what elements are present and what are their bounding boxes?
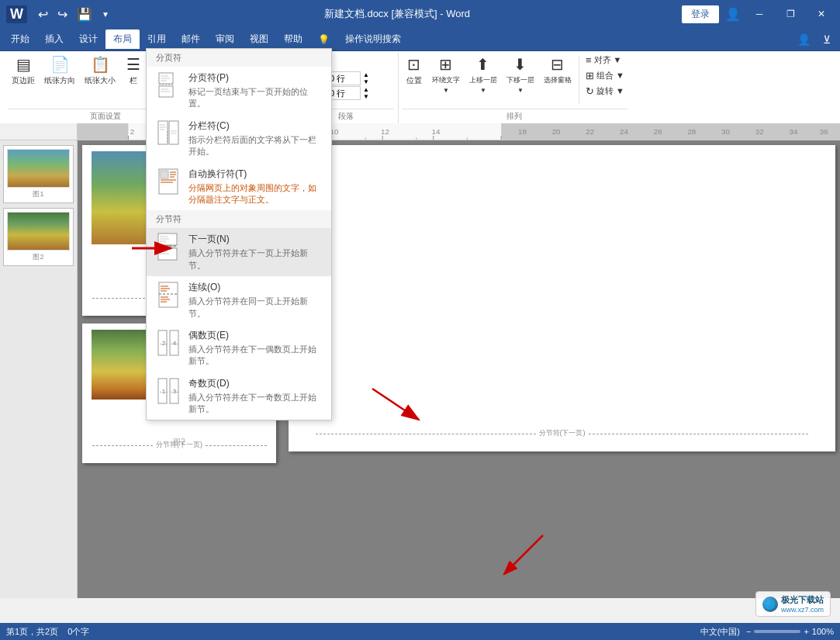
next-page-option[interactable]: — 第2节 — 下一页(N) 插入分节符并在下一页上开始新节。 xyxy=(147,228,331,276)
continuous-desc: 插入分节符并在同一页上开始新节。 xyxy=(188,296,322,320)
svg-text:14: 14 xyxy=(432,127,441,136)
send-backward-icon: ⬇ xyxy=(513,55,527,74)
user-icon[interactable]: 👤 xyxy=(725,7,741,22)
next-page-text: 下一页(N) 插入分节符并在下一页上开始新节。 xyxy=(188,233,322,272)
svg-text:12: 12 xyxy=(381,127,389,136)
page-break-icon xyxy=(156,71,181,99)
menu-lightbulb[interactable]: 💡 xyxy=(310,31,337,48)
menu-references[interactable]: 引用 xyxy=(140,29,174,49)
zoom-controls[interactable]: − + 100% xyxy=(746,627,834,636)
spacing-before-spinner[interactable]: ▲▼ xyxy=(363,71,369,85)
menu-layout[interactable]: 布局 xyxy=(105,29,140,49)
save-button[interactable]: 💾 xyxy=(74,5,95,23)
zoom-in-button[interactable]: + xyxy=(804,627,808,636)
menu-search[interactable]: 操作说明搜索 xyxy=(337,29,409,49)
orientation-icon: 📄 xyxy=(50,55,70,74)
bf-arrow: ▼ xyxy=(480,87,486,94)
watermark-globe-icon: 🌐 xyxy=(762,597,778,612)
svg-text:24: 24 xyxy=(620,127,628,136)
next-page-title: 下一页(N) xyxy=(188,233,322,246)
thumbnail-page-1[interactable]: 图1 xyxy=(3,145,74,203)
menu-insert[interactable]: 插入 xyxy=(37,29,71,49)
right-sb-line-right xyxy=(589,434,808,434)
svg-text:-1-: -1- xyxy=(160,388,168,395)
menu-review[interactable]: 审阅 xyxy=(208,29,242,49)
svg-text:34: 34 xyxy=(789,127,797,136)
document-area: 图1 图2 图1 分节符(下一页) xyxy=(0,140,840,598)
svg-text:26: 26 xyxy=(654,127,662,136)
pagebreak-section-header: 分页符 xyxy=(147,49,331,67)
size-button[interactable]: 📋 纸张大小 xyxy=(81,53,119,88)
thumbnail-page-2[interactable]: 图2 xyxy=(3,208,74,266)
spacing-after-spinner[interactable]: ▲▼ xyxy=(363,86,369,100)
even-page-option[interactable]: -2- -4- 偶数页(E) 插入分节符并在下一偶数页上开始新节。 xyxy=(147,324,331,372)
group-button[interactable]: ⊞ 组合 ▼ xyxy=(582,68,627,83)
next-page-icon: — 第2节 — xyxy=(156,233,181,261)
page2-section-break: 分节符(下一页) xyxy=(92,441,267,451)
menu-design[interactable]: 设计 xyxy=(71,29,105,49)
menu-bar: 开始 插入 设计 布局 引用 邮件 审阅 视图 帮助 💡 操作说明搜索 👤 ⊻ xyxy=(0,28,840,51)
zoom-out-button[interactable]: − xyxy=(746,627,751,636)
svg-text:32: 32 xyxy=(755,127,764,136)
send-backward-button[interactable]: ⬇ 下移一层 ▼ xyxy=(503,53,538,96)
menu-mail[interactable]: 邮件 xyxy=(174,29,208,49)
margins-icon: ▤ xyxy=(16,55,31,74)
svg-text:30: 30 xyxy=(721,127,730,136)
close-button[interactable]: ✕ xyxy=(809,3,834,25)
even-page-icon: -2- -4- xyxy=(156,329,181,357)
thumbnails-panel: 图1 图2 xyxy=(0,140,78,598)
svg-text:28: 28 xyxy=(687,127,696,136)
menu-help[interactable]: 帮助 xyxy=(276,29,310,49)
svg-text:22: 22 xyxy=(586,127,594,136)
wrap-dropdown-arrow: ▼ xyxy=(443,87,449,94)
continuous-option[interactable]: 连续(O) 插入分节符并在同一页上开始新节。 xyxy=(147,276,331,324)
orientation-button[interactable]: 📄 纸张方向 xyxy=(40,53,79,88)
ruler-corner xyxy=(0,123,78,140)
quick-access-toolbar: ↩ ↪ 💾 ▼ xyxy=(35,5,112,23)
thumb-img-1 xyxy=(7,149,70,188)
expand-icon[interactable]: ⊻ xyxy=(817,33,837,46)
textwrap-break-option[interactable]: 自动换行符(T) 分隔网页上的对象周围的文字，如分隔题注文字与正文。 xyxy=(147,163,331,211)
position-button[interactable]: ⊡ 位置 xyxy=(402,53,427,88)
rotate-button[interactable]: ↻ 旋转 ▼ xyxy=(582,84,627,99)
login-button[interactable]: 登录 xyxy=(682,5,719,23)
right-sb-text: 分节符(下一页) xyxy=(536,428,589,438)
customize-button[interactable]: ▼ xyxy=(99,9,112,20)
size-icon: 📋 xyxy=(91,55,110,74)
menu-view[interactable]: 视图 xyxy=(242,29,276,49)
bring-forward-button[interactable]: ⬆ 上移一层 ▼ xyxy=(465,53,501,96)
svg-rect-9 xyxy=(169,121,178,144)
sb-arrow: ▼ xyxy=(517,87,524,94)
zoom-slider[interactable] xyxy=(754,630,800,633)
column-break-option[interactable]: 分栏符(C) 指示分栏符后面的文字将从下一栏开始。 xyxy=(147,115,331,163)
language: 中文(中国) xyxy=(700,626,740,638)
svg-rect-17 xyxy=(161,171,168,178)
svg-text:20: 20 xyxy=(552,127,561,136)
textwrap-break-desc: 分隔网页上的对象周围的文字，如分隔题注文字与正文。 xyxy=(188,182,322,206)
page-break-option[interactable]: 分页符(P) 标记一页结束与下一页开始的位置。 xyxy=(147,67,331,115)
align-button[interactable]: ≡ 对齐 ▼ xyxy=(582,53,627,67)
redo-button[interactable]: ↪ xyxy=(54,5,71,23)
share-icon[interactable]: 👤 xyxy=(791,33,817,46)
thumb-label-1: 图1 xyxy=(7,189,70,199)
margins-button[interactable]: ▤ 页边距 xyxy=(8,53,39,88)
continuous-text: 连续(O) 插入分节符并在同一页上开始新节。 xyxy=(188,281,322,320)
svg-rect-49 xyxy=(78,123,129,140)
status-bar: 第1页，共2页 0个字 中文(中国) − + 100% xyxy=(0,623,840,640)
undo-button[interactable]: ↩ xyxy=(35,5,51,23)
odd-page-option[interactable]: -1- -3- 奇数页(D) 插入分节符并在下一奇数页上开始新节。 xyxy=(147,372,331,420)
thumb-label-2: 图2 xyxy=(7,252,70,262)
even-page-desc: 插入分节符并在下一偶数页上开始新节。 xyxy=(188,344,322,368)
even-page-title: 偶数页(E) xyxy=(188,329,322,342)
title-bar: W ↩ ↪ 💾 ▼ 新建文档.docx [兼容模式] - Word 登录 👤 ─… xyxy=(0,0,840,28)
restore-button[interactable]: ❐ xyxy=(778,3,803,25)
menu-start[interactable]: 开始 xyxy=(3,29,37,49)
ribbon: ▤ 页边距 📄 纸张方向 📋 纸张大小 ☰ 栏 xyxy=(0,51,840,123)
breaks-dropdown-menu: 分页符 分页符(P) 标记一页结束与下一页开始的位置。 xyxy=(146,48,332,420)
columns-icon: ☰ xyxy=(126,55,140,74)
minimize-button[interactable]: ─ xyxy=(747,3,772,25)
columns-button[interactable]: ☰ 栏 xyxy=(121,53,146,88)
wrap-text-button[interactable]: ⊞ 环绕文字 ▼ xyxy=(428,53,464,96)
select-pane-button[interactable]: ⊟ 选择窗格 xyxy=(540,53,576,88)
zoom-level: 100% xyxy=(812,627,834,636)
